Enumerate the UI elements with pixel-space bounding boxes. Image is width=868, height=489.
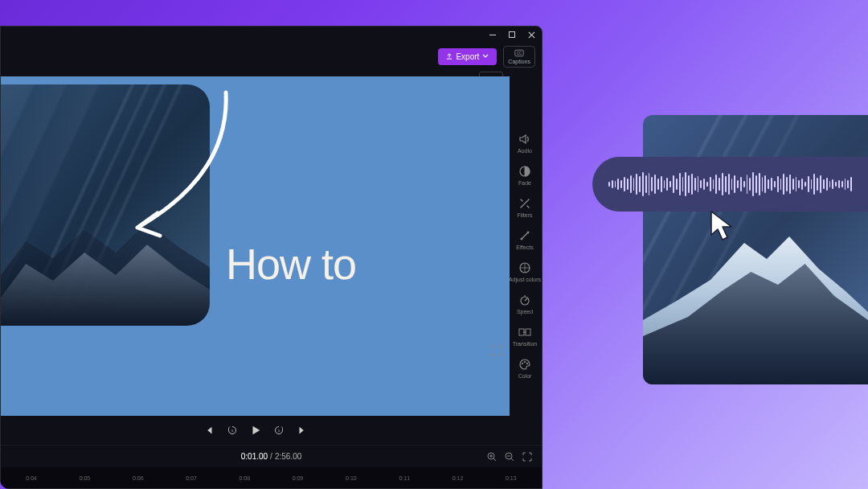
main-area: How to 5 5 Audio Fade: [1, 70, 542, 445]
fade-tool[interactable]: Fade: [518, 165, 531, 186]
tool-label: Speed: [517, 309, 533, 314]
effects-icon: [518, 229, 531, 242]
timeline-ruler[interactable]: 0:04 0:05 0:06 0:07 0:08 0:09 0:10 0:11 …: [1, 467, 542, 488]
zoom-fit-icon[interactable]: [522, 452, 532, 462]
fade-icon: [518, 165, 531, 178]
speed-icon: [518, 294, 531, 306]
arrow-annotation: [113, 84, 258, 245]
audio-tool[interactable]: Audio: [518, 133, 532, 154]
playback-controls: 5 5: [1, 416, 510, 445]
timeline-tick: 0:06: [113, 475, 164, 481]
window-maximize-button[interactable]: [508, 31, 516, 39]
play-icon[interactable]: [250, 425, 261, 436]
video-editor-window: Export CC Captions 16:9 How to 5: [0, 26, 542, 489]
filters-icon: [518, 197, 531, 210]
svg-text:5: 5: [231, 429, 232, 433]
window-close-button[interactable]: [527, 31, 535, 39]
speed-tool[interactable]: Speed: [517, 294, 533, 314]
tool-label: Color: [518, 373, 532, 379]
speaker-icon: [518, 133, 531, 146]
skip-end-icon[interactable]: [297, 425, 308, 436]
current-time: 0:01.00: [241, 452, 268, 461]
transition-tool[interactable]: Transition: [513, 326, 537, 347]
svg-text:CC: CC: [517, 51, 522, 55]
svg-point-11: [522, 363, 523, 364]
captions-button[interactable]: CC Captions: [503, 46, 535, 68]
tool-label: Adjust colors: [509, 277, 541, 282]
timeline-tick: 0:10: [326, 475, 377, 481]
adjust-colors-icon: [518, 261, 531, 274]
tool-label: Effects: [516, 244, 533, 250]
window-minimize-button[interactable]: [489, 31, 497, 39]
preview-panel: How to 5 5: [1, 70, 542, 445]
svg-point-5: [527, 232, 529, 233]
chevron-down-icon: [482, 53, 489, 60]
effects-tool[interactable]: Effects: [516, 229, 533, 250]
svg-point-12: [524, 361, 526, 363]
timeline-tick: 0:07: [166, 475, 217, 481]
rewind-5-icon[interactable]: 5: [227, 425, 237, 435]
color-icon: [518, 358, 531, 371]
timeline-tick: 0:05: [59, 475, 110, 481]
export-label: Export: [456, 52, 479, 61]
timeline-tick: 0:09: [272, 475, 323, 481]
side-toolbar: Audio Fade Filters Effects Adjust colors…: [508, 126, 542, 385]
transition-icon: [518, 326, 531, 339]
preview-canvas[interactable]: How to: [1, 76, 510, 416]
waveform-icon: [608, 171, 852, 198]
tool-label: Audio: [518, 148, 532, 154]
skip-start-icon[interactable]: [203, 425, 215, 436]
cursor-icon: [707, 209, 739, 243]
svg-text:5: 5: [277, 429, 279, 433]
zoom-out-icon[interactable]: [505, 452, 514, 462]
fullscreen-button[interactable]: [490, 345, 502, 356]
timeline-tick: 0:13: [485, 475, 537, 481]
titlebar: [1, 27, 542, 43]
forward-5-icon[interactable]: 5: [274, 425, 284, 435]
filters-tool[interactable]: Filters: [517, 197, 532, 218]
timeline-tick: 0:11: [379, 475, 430, 481]
tool-label: Fade: [518, 180, 531, 186]
color-tool[interactable]: Color: [518, 358, 532, 379]
export-button[interactable]: Export: [438, 48, 497, 65]
timeline-tick: 0:08: [219, 475, 270, 481]
tool-label: Filters: [517, 212, 532, 218]
top-toolbar: Export CC Captions: [1, 43, 542, 70]
time-separator: /: [270, 452, 272, 461]
svg-point-6: [521, 238, 522, 240]
time-display-bar: 0:01.00 / 2:56.00: [1, 445, 542, 467]
svg-point-13: [526, 363, 528, 364]
tool-label: Transition: [513, 341, 537, 347]
adjust-colors-tool[interactable]: Adjust colors: [509, 261, 541, 282]
timeline-tick: 0:04: [6, 475, 57, 481]
zoom-in-icon[interactable]: [487, 452, 497, 462]
captions-label: Captions: [508, 59, 530, 64]
captions-icon: CC: [514, 49, 524, 57]
zoom-controls: [487, 452, 532, 462]
timeline-tick: 0:12: [432, 475, 483, 481]
canvas-overlay-text: How to: [226, 239, 356, 289]
upload-icon: [446, 53, 452, 60]
total-time: 2:56.00: [275, 452, 301, 461]
secondary-preview-image: [643, 115, 868, 384]
audio-waveform-pill[interactable]: [592, 157, 868, 212]
